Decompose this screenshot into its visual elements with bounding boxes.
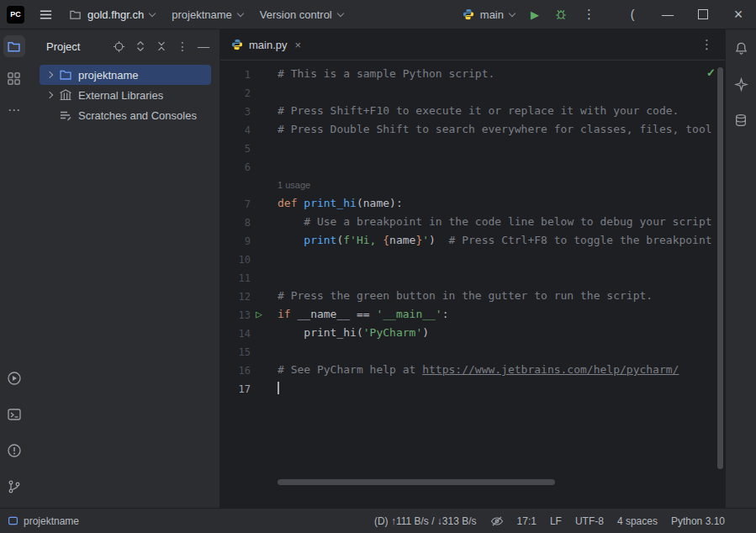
line-number[interactable]: 1 [220, 65, 251, 83]
notifications-button[interactable] [730, 37, 752, 59]
vcs-widget[interactable]: Version control [251, 0, 352, 29]
statusbar-item[interactable]: 17:1 [517, 515, 537, 527]
locate-file-icon[interactable] [113, 40, 125, 53]
line-number[interactable]: 5 [220, 139, 251, 157]
run-tool-window-button[interactable] [3, 367, 25, 389]
run-button[interactable]: ▶ [523, 0, 547, 29]
gutter-slot [251, 120, 278, 139]
code-text [278, 342, 725, 361]
line-number[interactable]: 8 [220, 213, 251, 231]
line-number[interactable] [220, 176, 251, 194]
code-text: # This is a sample Python script. [278, 65, 725, 83]
line-number[interactable]: 15 [220, 342, 251, 361]
chevron-down-icon [237, 9, 244, 16]
collapse-all-icon[interactable] [156, 40, 167, 52]
tree-item-external-libraries[interactable]: External Libraries [40, 85, 211, 105]
folder-icon [59, 68, 75, 82]
crescent-button[interactable]: ( [615, 0, 650, 29]
code-text [278, 157, 725, 176]
run-configuration-selector[interactable]: main [454, 0, 523, 29]
line-number[interactable]: 14 [220, 324, 251, 342]
line-number[interactable]: 3 [220, 102, 251, 120]
tree-item-scratches-and-consoles[interactable]: Scratches and Consoles [40, 105, 211, 125]
tree-item-projektname[interactable]: projektname [40, 65, 211, 85]
problems-tool-window-button[interactable] [3, 440, 25, 462]
line-number[interactable]: 2 [220, 83, 251, 102]
chevron-down-icon [337, 9, 344, 16]
run-line-icon[interactable]: ▷ [251, 305, 278, 324]
pycharm-window: PC gold.fhgr.ch projektname Version cont… [0, 0, 756, 533]
left-strip-bottom [3, 367, 25, 508]
code-line: 5 [220, 139, 725, 157]
inlay-row: 1 usage [220, 176, 725, 194]
database-tool-window-button[interactable] [730, 109, 752, 131]
statusbar-project-widget[interactable]: projektname [8, 515, 79, 527]
code-text [278, 139, 725, 157]
run-configuration-label: main [480, 8, 504, 21]
gutter-slot [251, 83, 278, 102]
code-text: # Press Shift+F10 to execute it or repla… [278, 102, 725, 120]
network-speed-widget[interactable]: (D) ↑111 B/s / ↓313 B/s [374, 515, 477, 527]
line-number[interactable]: 6 [220, 157, 251, 176]
vertical-scrollbar[interactable] [717, 67, 723, 469]
database-icon [734, 113, 748, 127]
main-menu-button[interactable] [31, 0, 61, 29]
line-number[interactable]: 16 [220, 361, 251, 379]
maximize-button[interactable] [685, 0, 721, 29]
python-file-icon [231, 39, 243, 50]
right-tool-strip [725, 29, 756, 508]
line-number[interactable]: 10 [220, 250, 251, 268]
line-number[interactable]: 17 [220, 379, 251, 398]
close-button[interactable]: × [721, 0, 756, 29]
module-widget[interactable]: projektname [163, 0, 251, 29]
tab-main-py[interactable]: main.py × [220, 29, 309, 60]
inspections-ok-icon[interactable]: ✓ [706, 66, 716, 79]
statusbar-item[interactable]: Python 3.10 [671, 515, 725, 527]
close-tab-icon[interactable]: × [295, 39, 302, 51]
code-text: # Use a breakpoint in the code line belo… [278, 213, 725, 231]
code-line: 15 [220, 342, 725, 361]
project-widget[interactable]: gold.fhgr.ch [61, 0, 163, 29]
line-number[interactable]: 11 [220, 268, 251, 287]
minimize-button[interactable]: — [650, 0, 685, 29]
usage-inlay-hint[interactable]: 1 usage [278, 180, 310, 190]
structure-icon [7, 71, 21, 86]
statusbar-item[interactable]: UTF-8 [575, 515, 604, 527]
code-line: 10 [220, 250, 725, 268]
gutter-slot [251, 268, 278, 287]
panel-options-icon[interactable]: ⋮ [177, 40, 188, 53]
text-caret [278, 382, 279, 394]
code-line: 3# Press Shift+F10 to execute it or repl… [220, 102, 725, 120]
code-line: 4# Press Double Shift to search everywhe… [220, 120, 725, 139]
library-icon [59, 88, 75, 102]
expand-all-icon[interactable] [135, 40, 146, 52]
left-tool-strip: ⋯ [0, 29, 28, 508]
line-number[interactable]: 12 [220, 287, 251, 305]
highlighting-eye-icon[interactable] [490, 515, 504, 528]
statusbar-item[interactable]: LF [550, 515, 562, 527]
terminal-tool-window-button[interactable] [3, 404, 25, 425]
statusbar-item[interactable]: 4 spaces [617, 515, 658, 527]
structure-tool-window-button[interactable] [3, 67, 25, 89]
line-number[interactable]: 13 [220, 305, 251, 324]
scratches-icon [59, 108, 75, 122]
code-area[interactable]: 1# This is a sample Python script.23# Pr… [220, 61, 725, 508]
line-number[interactable]: 9 [220, 231, 251, 250]
project-tool-window-button[interactable] [3, 35, 25, 57]
version-control-tool-window-button[interactable] [3, 476, 25, 498]
code-line: 8 # Use a breakpoint in the code line be… [220, 213, 725, 231]
tab-options-icon[interactable]: ⋮ [700, 37, 725, 52]
line-number[interactable]: 4 [220, 120, 251, 139]
horizontal-scrollbar[interactable] [278, 479, 555, 485]
hide-panel-icon[interactable]: — [198, 40, 209, 53]
line-number[interactable]: 7 [220, 194, 251, 213]
ai-assistant-button[interactable] [730, 73, 752, 95]
code-text: if __name__ == '__main__': [278, 305, 725, 324]
more-tool-windows-button[interactable]: ⋯ [3, 99, 25, 121]
tree-chevron-icon[interactable] [43, 72, 56, 77]
debug-button[interactable] [547, 0, 575, 29]
pycharm-logo: PC [7, 6, 24, 24]
more-actions-button[interactable]: ⋮ [575, 0, 603, 29]
project-tree: projektnameExternal LibrariesScratches a… [28, 63, 219, 125]
tree-chevron-icon[interactable] [43, 92, 56, 98]
